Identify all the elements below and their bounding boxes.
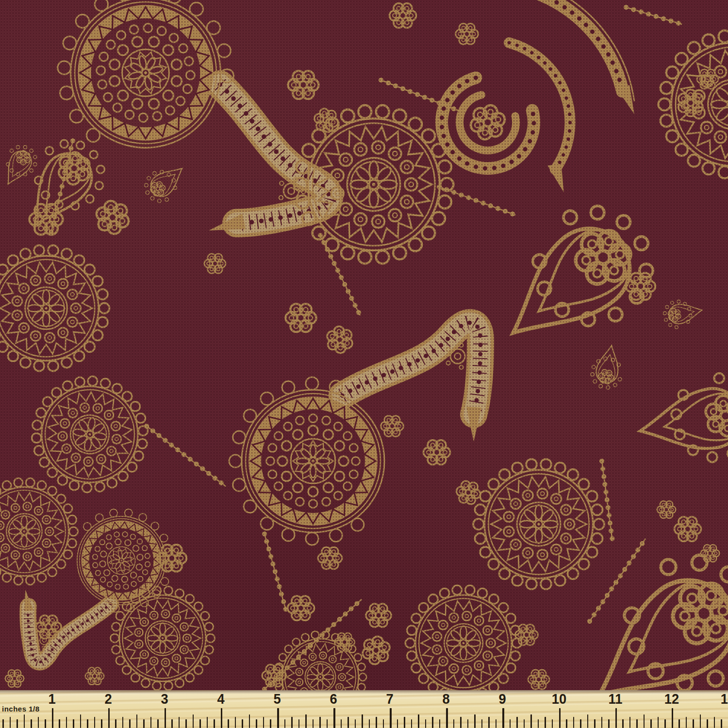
- ruler-tick: [327, 719, 328, 728]
- ruler-tick: [397, 719, 398, 728]
- ruler-tick: [664, 719, 666, 728]
- ruler-units-label: inches 1/8: [2, 705, 40, 712]
- ruler-tick: [115, 719, 116, 728]
- ruler-tick: [2, 719, 4, 728]
- ruler-tick: [235, 717, 236, 728]
- ruler-number: 11: [608, 692, 622, 706]
- ruler-tick-inch: [277, 708, 279, 728]
- ruler-tick: [362, 714, 363, 728]
- ruler-tick: [242, 719, 243, 728]
- ruler-number: 3: [161, 692, 168, 706]
- ruler-tick: [256, 719, 257, 728]
- ruler-tick: [411, 719, 413, 728]
- paisley-motif-medallion: [111, 586, 215, 690]
- ruler-tick: [481, 719, 483, 728]
- paisley-motif-flower: [701, 545, 720, 562]
- ruler-tick: [150, 717, 152, 728]
- paisley-motif-medallion: [473, 459, 604, 589]
- ruler-number: 8: [443, 692, 450, 706]
- paisley-motif-medallion: [405, 585, 521, 690]
- paisley-motif-flower: [5, 670, 24, 687]
- ruler-tick: [38, 717, 39, 728]
- ruler-tick: [608, 719, 610, 728]
- ruler-tick: [418, 714, 419, 728]
- paisley-motif-curl: [406, 0, 653, 218]
- ruler-tick: [129, 719, 131, 728]
- ruler-tick: [644, 714, 645, 728]
- paisley-fabric: [0, 0, 728, 690]
- paisley-motif-flower: [626, 273, 656, 299]
- ruler-tick: [31, 719, 32, 728]
- paisley-motif-flower: [334, 633, 354, 651]
- ruler-tick: [686, 717, 687, 728]
- ruler-tick: [347, 717, 349, 728]
- ruler-tick: [622, 719, 624, 728]
- ruler-tick: [87, 719, 88, 728]
- paisley-motif-flower: [424, 440, 450, 464]
- paisley-motif-flower: [157, 545, 187, 571]
- ruler-tick: [516, 717, 518, 728]
- ruler-tick: [538, 719, 539, 728]
- ruler-tick: [355, 719, 356, 728]
- ruler-tick-inch: [333, 708, 335, 728]
- paisley-motif-drop: [662, 297, 705, 331]
- ruler-number: 10: [551, 692, 566, 706]
- ruler-tick-inch: [672, 708, 674, 728]
- ruler-tick-inch: [390, 708, 392, 728]
- ruler-tick: [122, 717, 124, 728]
- ruler-tick: [157, 719, 159, 728]
- paisley-motif-flower: [528, 670, 549, 689]
- ruler-tick: [524, 719, 525, 728]
- ruler-tick: [45, 719, 46, 728]
- paisley-motif-flower: [285, 304, 316, 332]
- ruler-tick: [545, 717, 546, 728]
- ruler-tick: [721, 719, 722, 728]
- paisley-motif-drop: [632, 367, 728, 473]
- ruler-tick: [73, 719, 74, 728]
- ruler-tick: [552, 719, 553, 728]
- ruler-tick: [700, 714, 701, 728]
- paisley-motif-flower: [288, 71, 318, 99]
- ruler-tick: [510, 719, 511, 728]
- ruler-tick: [658, 717, 659, 728]
- ruler-tick: [496, 719, 497, 728]
- ruler-number: 9: [499, 692, 506, 706]
- ruler-tick: [185, 719, 187, 728]
- ruler-tick: [383, 719, 384, 728]
- ruler-tick: [594, 719, 596, 728]
- ruler-tick: [101, 719, 102, 728]
- paisley-motif-flower: [455, 480, 482, 505]
- paisley-motif-flower: [675, 517, 701, 541]
- ruler-tick: [580, 719, 581, 728]
- ruler-tick-inch: [165, 708, 166, 728]
- ruler-tick: [94, 717, 96, 728]
- paisley-motif-flower: [657, 501, 676, 518]
- ruler-tick: [573, 717, 575, 728]
- ruler-number: 5: [273, 692, 281, 706]
- ruler-tick-inch: [52, 708, 54, 728]
- ruler-tick: [270, 719, 271, 728]
- ruler-tick: [460, 717, 462, 728]
- ruler-tick: [439, 719, 441, 728]
- paisley-motif-flower: [92, 198, 133, 238]
- ruler-tick-inch: [502, 708, 504, 728]
- paisley-pattern: [0, 0, 728, 690]
- paisley-motif-medallion: [0, 478, 78, 585]
- ruler-tick: [566, 719, 567, 728]
- ruler-tick: [207, 717, 208, 728]
- paisley-motif-flower: [515, 625, 538, 645]
- paisley-motif-flower: [36, 615, 61, 639]
- ruler-tick-inch: [221, 708, 223, 728]
- fabric-swatch-photo: inches 1/8 12345678910111213: [0, 0, 728, 728]
- paisley-motif-drop: [589, 343, 628, 391]
- paisley-motif-paisley: [38, 0, 332, 266]
- ruler-number: 12: [664, 692, 679, 706]
- ruler-tick-inch: [446, 708, 448, 728]
- ruler-tick: [179, 717, 180, 728]
- ruler-tick: [369, 719, 370, 728]
- ruler-tick: [171, 719, 173, 728]
- ruler-number: 1: [48, 692, 55, 706]
- paisley-motif-drop: [138, 156, 192, 209]
- ruler-tick: [305, 714, 307, 728]
- ruler-tick: [404, 717, 405, 728]
